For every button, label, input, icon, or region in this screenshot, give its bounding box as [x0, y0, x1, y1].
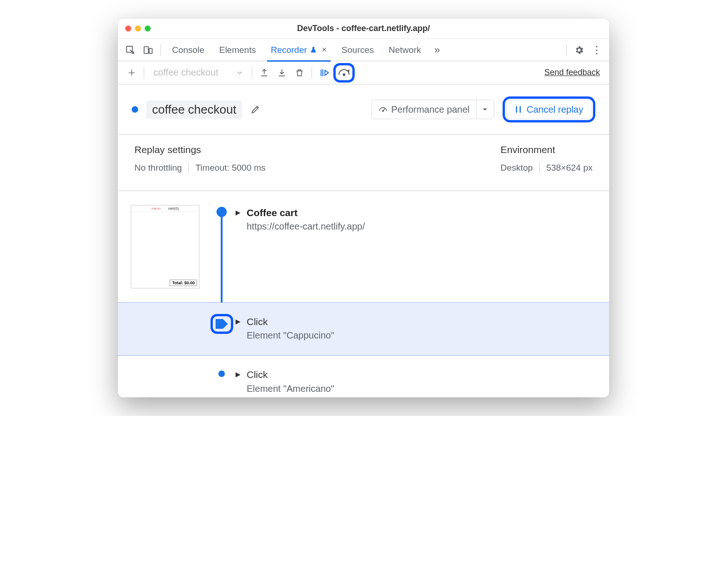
close-tab-icon[interactable]: ×: [322, 45, 327, 55]
step-row[interactable]: ▶ Click Element "Americano": [131, 356, 609, 397]
cancel-replay-label: Cancel replay: [527, 104, 583, 115]
gauge-icon: [378, 105, 388, 114]
tab-label: Elements: [219, 45, 256, 55]
thumb-nav: cart(0): [168, 206, 179, 211]
export-icon[interactable]: [256, 65, 273, 81]
recording-name-field[interactable]: coffee checkout: [147, 101, 242, 119]
titlebar: DevTools - coffee-cart.netlify.app/: [118, 19, 609, 39]
kebab-menu-icon[interactable]: ⋮: [589, 42, 605, 58]
page-thumbnail: menu cart(0) Total: $0.00: [131, 205, 199, 288]
tab-recorder[interactable]: Recorder ×: [264, 39, 333, 61]
window-title: DevTools - coffee-cart.netlify.app/: [118, 24, 609, 33]
tab-label: Recorder: [271, 45, 307, 55]
add-recording-icon[interactable]: +: [123, 65, 140, 81]
chevron-down-icon: [237, 70, 242, 76]
slow-replay-highlight: [333, 63, 355, 83]
cancel-replay-button[interactable]: Cancel replay: [506, 100, 592, 119]
devtools-window: DevTools - coffee-cart.netlify.app/ Cons…: [118, 19, 609, 397]
settings-gear-icon[interactable]: [571, 42, 587, 58]
steps-timeline: menu cart(0) Total: $0.00 ▶ Coffee cart …: [118, 191, 609, 397]
tab-label: Network: [389, 45, 421, 55]
step-title: Click: [247, 315, 334, 329]
timeline-node: [218, 371, 225, 377]
recording-status-dot: [132, 106, 138, 113]
perf-panel-label: Performance panel: [391, 104, 470, 115]
pause-icon: [515, 105, 522, 114]
recorder-toolbar: + coffee checkout Send feedback: [118, 61, 609, 84]
divider: [252, 67, 252, 78]
svg-rect-2: [149, 48, 152, 53]
traffic-lights: [125, 26, 151, 32]
svg-rect-1: [144, 46, 148, 53]
step-title: Click: [247, 368, 334, 382]
timeline-node: [217, 207, 227, 217]
svg-point-4: [382, 110, 383, 112]
delete-icon[interactable]: [291, 65, 308, 81]
divider: [160, 45, 161, 56]
divider: [312, 67, 312, 78]
divider: [566, 45, 567, 56]
import-icon[interactable]: [274, 65, 290, 81]
throttling-value[interactable]: No throttling: [134, 163, 182, 173]
chevron-down-icon[interactable]: [476, 100, 494, 119]
thumb-nav: menu: [151, 206, 160, 211]
cancel-replay-highlight: Cancel replay: [503, 96, 595, 122]
inspect-element-icon[interactable]: [122, 42, 138, 58]
replay-settings-heading: Replay settings: [134, 144, 500, 155]
timeline-line: [221, 212, 223, 310]
expand-caret-icon[interactable]: ▶: [236, 318, 242, 325]
step-title: Coffee cart: [247, 206, 365, 220]
timeout-value[interactable]: Timeout: 5000 ms: [195, 163, 265, 173]
tab-console[interactable]: Console: [166, 39, 211, 61]
step-subtitle: Element "Americano": [247, 382, 334, 396]
divider: [144, 67, 144, 78]
divider: [188, 162, 189, 174]
recording-dropdown-label: coffee checkout: [153, 67, 218, 78]
recording-dropdown[interactable]: coffee checkout: [148, 65, 248, 81]
device-toolbar-icon[interactable]: [140, 42, 156, 58]
tab-label: Sources: [342, 45, 374, 55]
current-step-highlight: [210, 314, 233, 334]
edit-name-icon[interactable]: [250, 104, 261, 115]
tab-label: Console: [172, 45, 204, 55]
more-tabs-icon[interactable]: »: [429, 42, 445, 58]
tab-network[interactable]: Network: [382, 39, 427, 61]
device-value: Desktop: [500, 163, 533, 173]
devtools-tabs: Console Elements Recorder × Sources Netw…: [118, 39, 609, 61]
step-row-current[interactable]: ▶ Click Element "Cappucino": [118, 302, 609, 356]
current-step-arrow-icon: [216, 319, 228, 329]
slow-replay-icon[interactable]: [337, 66, 351, 79]
maximize-window-button[interactable]: [145, 26, 151, 32]
dimensions-value: 538×624 px: [546, 163, 593, 173]
expand-caret-icon[interactable]: ▶: [236, 209, 242, 216]
minimize-window-button[interactable]: [135, 26, 141, 32]
performance-panel-select[interactable]: Performance panel: [371, 100, 494, 119]
step-subtitle: Element "Cappucino": [247, 329, 334, 342]
send-feedback-link[interactable]: Send feedback: [544, 68, 600, 77]
thumb-total: Total: $0.00: [170, 280, 197, 286]
tab-sources[interactable]: Sources: [335, 39, 381, 61]
tab-elements[interactable]: Elements: [213, 39, 262, 61]
step-subtitle: https://coffee-cart.netlify.app/: [247, 220, 365, 233]
expand-caret-icon[interactable]: ▶: [236, 371, 242, 378]
flask-icon: [310, 46, 317, 54]
step-row[interactable]: menu cart(0) Total: $0.00 ▶ Coffee cart …: [131, 205, 609, 302]
environment-heading: Environment: [500, 144, 593, 155]
divider: [539, 162, 540, 174]
settings-section: Replay settings No throttling Timeout: 5…: [118, 135, 609, 191]
step-replay-icon[interactable]: [316, 65, 332, 81]
svg-point-3: [343, 74, 345, 76]
close-window-button[interactable]: [125, 26, 131, 32]
recording-header: coffee checkout Performance panel Cancel…: [118, 84, 609, 135]
